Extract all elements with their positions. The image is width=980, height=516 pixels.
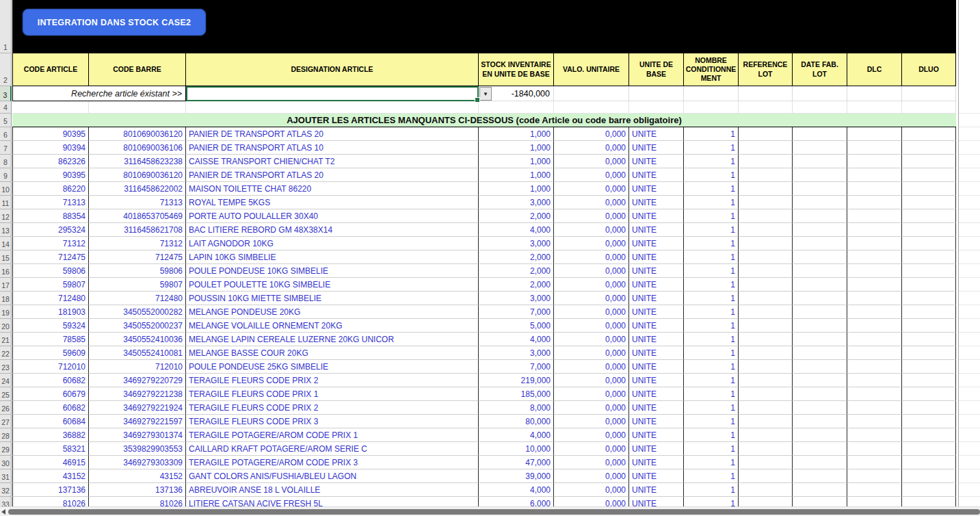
cell-stock-inventaire[interactable]: 7,000 (479, 305, 554, 319)
cell-stock-inventaire[interactable]: 10,000 (479, 442, 554, 456)
cell-dluo[interactable] (902, 387, 956, 401)
cell-date-fab-lot[interactable] (793, 374, 847, 387)
cell-dluo[interactable] (902, 428, 956, 442)
cell-code-article[interactable]: 90395 (12, 127, 89, 141)
cell-dlc[interactable] (847, 264, 902, 278)
cell-unite-de-base[interactable]: UNITE (629, 223, 684, 237)
cell-nombre-conditionnement[interactable]: 1 (684, 278, 739, 292)
dropdown-arrow-button[interactable]: ▼ (479, 87, 492, 101)
cell-code-article[interactable]: 60684 (12, 415, 89, 428)
cell-code-article[interactable]: 71312 (12, 237, 89, 250)
cell-nombre-conditionnement[interactable]: 1 (684, 141, 739, 155)
column-header-1[interactable]: CODE ARTICLE (12, 53, 89, 86)
cell-date-fab-lot[interactable] (793, 141, 847, 155)
cell-date-fab-lot[interactable] (793, 278, 847, 292)
cell-valo-unitaire[interactable]: 0,000 (554, 223, 629, 237)
row-number-1[interactable]: 1 (0, 0, 12, 53)
cell-stock-inventaire[interactable]: 1,000 (479, 155, 554, 168)
empty-cell[interactable] (186, 101, 479, 114)
cell-dluo[interactable] (902, 401, 956, 415)
cell-code-barre[interactable]: 3539829903553 (89, 442, 186, 456)
cell-dlc[interactable] (847, 196, 902, 209)
cell-dluo[interactable] (902, 209, 956, 223)
cell-reference-lot[interactable] (739, 237, 793, 250)
cell-code-article[interactable]: 295324 (12, 223, 89, 237)
cell-reference-lot[interactable] (739, 292, 793, 305)
column-header-9[interactable]: DATE FAB. LOT (793, 53, 847, 86)
cell-unite-de-base[interactable]: UNITE (629, 196, 684, 209)
cell-nombre-conditionnement[interactable]: 1 (684, 483, 739, 497)
cell-date-fab-lot[interactable] (793, 483, 847, 497)
cell-valo-unitaire[interactable]: 0,000 (554, 168, 629, 182)
cell-designation[interactable]: ABREUVOIR ANSE 18 L VOLAILLE (186, 483, 479, 497)
row-number-22[interactable]: 22 (0, 346, 12, 360)
cell-unite-de-base[interactable]: UNITE (629, 319, 684, 333)
cell-unite-de-base[interactable]: UNITE (629, 401, 684, 415)
cell-valo-unitaire[interactable]: 0,000 (554, 141, 629, 155)
cell-stock-inventaire[interactable]: 3,000 (479, 346, 554, 360)
cell-valo-unitaire[interactable]: 0,000 (554, 305, 629, 319)
cell-code-barre[interactable]: 137136 (89, 483, 186, 497)
cell-date-fab-lot[interactable] (793, 155, 847, 168)
cell-designation[interactable]: MELANGE PONDEUSE 20KG (186, 305, 479, 319)
row-number-3[interactable]: 3 (0, 86, 12, 101)
cell-reference-lot[interactable] (739, 415, 793, 428)
cell-valo-unitaire[interactable]: 0,000 (554, 360, 629, 374)
cell-code-barre[interactable]: 3116458623238 (89, 155, 186, 168)
cell-stock-inventaire[interactable]: 3,000 (479, 292, 554, 305)
cell-stock-inventaire[interactable]: 8,000 (479, 401, 554, 415)
cell-valo-unitaire[interactable]: 0,000 (554, 292, 629, 305)
cell-code-barre[interactable]: 71312 (89, 237, 186, 250)
cell-unite-de-base[interactable]: UNITE (629, 333, 684, 346)
cell-dlc[interactable] (847, 141, 902, 155)
cell-dluo[interactable] (902, 415, 956, 428)
cell-dlc[interactable] (847, 333, 902, 346)
cell-code-article[interactable]: 46915 (12, 456, 89, 469)
cell-designation[interactable]: MAISON TOILETTE CHAT 86220 (186, 182, 479, 196)
cell-reference-lot[interactable] (739, 374, 793, 387)
cell-date-fab-lot[interactable] (793, 264, 847, 278)
cell-designation[interactable]: LAPIN 10KG SIMBELIE (186, 250, 479, 264)
cell-nombre-conditionnement[interactable]: 1 (684, 264, 739, 278)
empty-cell[interactable] (847, 101, 902, 114)
cell-unite-de-base[interactable]: UNITE (629, 127, 684, 141)
cell-dluo[interactable] (902, 456, 956, 469)
cell-nombre-conditionnement[interactable]: 1 (684, 346, 739, 360)
cell-nombre-conditionnement[interactable]: 1 (684, 360, 739, 374)
cell-code-article[interactable]: 59807 (12, 278, 89, 292)
cell-nombre-conditionnement[interactable]: 1 (684, 196, 739, 209)
cell-dlc[interactable] (847, 428, 902, 442)
cell-reference-lot[interactable] (739, 401, 793, 415)
cell-code-barre[interactable]: 8010690036120 (89, 168, 186, 182)
cell-valo-unitaire[interactable]: 0,000 (554, 209, 629, 223)
cell-code-barre[interactable]: 3469279220729 (89, 374, 186, 387)
cell-dlc[interactable] (847, 250, 902, 264)
cell-code-article[interactable]: 862326 (12, 155, 89, 168)
cell-code-barre[interactable]: 712475 (89, 250, 186, 264)
cell-stock-inventaire[interactable]: 1,000 (479, 168, 554, 182)
cell-code-article[interactable]: 137136 (12, 483, 89, 497)
cell-reference-lot[interactable] (739, 278, 793, 292)
row-number-24[interactable]: 24 (0, 374, 12, 387)
cell-dlc[interactable] (847, 237, 902, 250)
cell-nombre-conditionnement[interactable]: 1 (684, 250, 739, 264)
cell-code-barre[interactable]: 3469279221238 (89, 387, 186, 401)
row-number-15[interactable]: 15 (0, 250, 12, 264)
cell-dlc[interactable] (847, 292, 902, 305)
cell-valo-unitaire[interactable]: 0,000 (554, 483, 629, 497)
cell-dlc[interactable] (847, 209, 902, 223)
cell-valo-unitaire[interactable]: 0,000 (554, 456, 629, 469)
cell-date-fab-lot[interactable] (793, 346, 847, 360)
cell-unite-de-base[interactable]: UNITE (629, 415, 684, 428)
cell-date-fab-lot[interactable] (793, 360, 847, 374)
row-number-27[interactable]: 27 (0, 415, 12, 428)
cell-dluo[interactable] (902, 346, 956, 360)
cell-stock-inventaire[interactable]: 2,000 (479, 209, 554, 223)
cell-designation[interactable]: CAILLARD KRAFT POTAGERE/AROM SERIE C (186, 442, 479, 456)
cell-designation[interactable]: CAISSE TRANSPORT CHIEN/CHAT T2 (186, 155, 479, 168)
row-number-4[interactable]: 4 (0, 101, 12, 114)
cell-stock-inventaire[interactable]: 3,000 (479, 196, 554, 209)
cell-dlc[interactable] (847, 456, 902, 469)
cell-unite-de-base[interactable]: UNITE (629, 168, 684, 182)
cell-valo-unitaire[interactable]: 0,000 (554, 374, 629, 387)
